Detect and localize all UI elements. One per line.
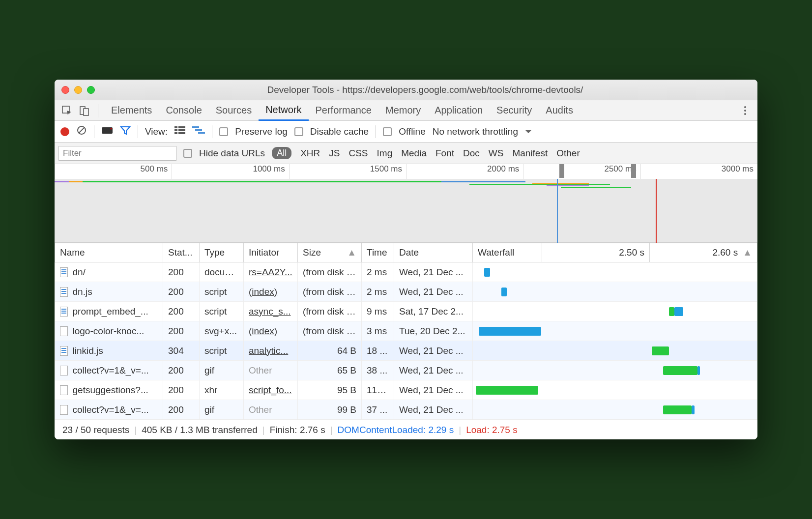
timeline-tick: 2500 ms — [523, 164, 640, 179]
svg-rect-7 — [174, 126, 177, 128]
network-toolbar: View: Preserve log Disable cache Offline… — [55, 121, 757, 143]
filter-bar: Hide data URLs AllXHRJSCSSImgMediaFontDo… — [55, 143, 757, 164]
svg-rect-11 — [174, 132, 177, 134]
tab-network[interactable]: Network — [259, 100, 308, 121]
offline-checkbox[interactable] — [383, 127, 392, 136]
tab-console[interactable]: Console — [159, 100, 208, 121]
filter-type-xhr[interactable]: XHR — [300, 148, 320, 159]
filter-type-other[interactable]: Other — [556, 148, 580, 159]
panel-tabs: ElementsConsoleSourcesNetworkPerformance… — [55, 100, 757, 121]
tab-application[interactable]: Application — [428, 100, 490, 121]
titlebar: Developer Tools - https://developers.goo… — [55, 80, 757, 100]
status-requests: 23 / 50 requests — [62, 425, 129, 435]
filter-type-css[interactable]: CSS — [348, 148, 368, 159]
timeline-tick: 500 ms — [55, 164, 172, 179]
svg-rect-13 — [192, 126, 199, 128]
filter-type-ws[interactable]: WS — [489, 148, 504, 159]
file-icon — [60, 366, 68, 375]
table-header: Name Stat... Type Initiator Size▲ Time D… — [55, 243, 757, 262]
table-row[interactable]: getsuggestions?...200xhrscript_fo...95 B… — [55, 380, 757, 400]
maximize-window-button[interactable] — [87, 86, 95, 94]
divider — [98, 104, 98, 117]
col-date[interactable]: Date — [394, 243, 473, 262]
clear-icon[interactable] — [76, 125, 87, 138]
file-icon — [60, 326, 68, 336]
throttling-select[interactable]: No network throttling — [433, 126, 518, 137]
file-icon — [60, 346, 68, 356]
col-size[interactable]: Size▲ — [298, 243, 362, 262]
timeline-tick: 1500 ms — [289, 164, 406, 179]
table-row[interactable]: collect?v=1&_v=...200gifOther99 B37 ...W… — [55, 400, 757, 420]
filter-type-media[interactable]: Media — [401, 148, 427, 159]
col-time[interactable]: Time — [362, 243, 394, 262]
hide-data-urls-checkbox[interactable] — [183, 149, 192, 158]
table-row[interactable]: dn.js200script(index)(from disk c...2 ms… — [55, 282, 757, 302]
col-waterfall[interactable]: Waterfall 2.50 s 2.60 s▲ — [473, 243, 757, 262]
status-bar: 23 / 50 requests | 405 KB / 1.3 MB trans… — [55, 420, 757, 439]
close-window-button[interactable] — [61, 86, 69, 94]
tab-memory[interactable]: Memory — [378, 100, 428, 121]
view-label: View: — [145, 126, 168, 137]
requests-table: Name Stat... Type Initiator Size▲ Time D… — [55, 243, 757, 420]
tab-security[interactable]: Security — [490, 100, 539, 121]
col-initiator[interactable]: Initiator — [244, 243, 298, 262]
preserve-log-label: Preserve log — [235, 126, 288, 137]
filter-type-doc[interactable]: Doc — [463, 148, 480, 159]
svg-rect-12 — [178, 132, 185, 134]
svg-line-4 — [79, 127, 85, 133]
large-rows-icon[interactable] — [174, 125, 185, 138]
col-name[interactable]: Name — [55, 243, 163, 262]
file-icon — [60, 405, 68, 415]
table-row[interactable]: prompt_embed_...200scriptasync_s...(from… — [55, 302, 757, 321]
file-icon — [60, 267, 68, 277]
more-menu-icon[interactable] — [738, 103, 753, 118]
svg-rect-14 — [195, 129, 202, 131]
tab-audits[interactable]: Audits — [539, 100, 580, 121]
table-row[interactable]: collect?v=1&_v=...200gifOther65 B38 ...W… — [55, 361, 757, 380]
minimize-window-button[interactable] — [74, 86, 82, 94]
timeline-overview[interactable]: 500 ms1000 ms1500 ms2000 ms2500 ms3000 m… — [55, 164, 757, 243]
hide-data-urls-label: Hide data URLs — [199, 148, 265, 159]
preserve-log-checkbox[interactable] — [219, 127, 228, 136]
svg-point-6 — [111, 128, 112, 130]
status-transferred: 405 KB / 1.3 MB transferred — [142, 425, 258, 435]
timeline-tick: 1000 ms — [172, 164, 289, 179]
filter-type-img[interactable]: Img — [377, 148, 393, 159]
svg-rect-8 — [178, 126, 185, 128]
filter-type-font[interactable]: Font — [435, 148, 454, 159]
status-load: Load: 2.75 s — [466, 425, 518, 435]
table-row[interactable]: logo-color-knoc...200svg+x...(index)(fro… — [55, 321, 757, 341]
disable-cache-label: Disable cache — [310, 126, 369, 137]
timeline-tick: 3000 ms — [640, 164, 757, 179]
table-row[interactable]: linkid.js304scriptanalytic...64 B18 ...W… — [55, 341, 757, 361]
device-toolbar-icon[interactable] — [77, 103, 92, 118]
status-finish: Finish: 2.76 s — [270, 425, 325, 435]
filter-input[interactable] — [58, 146, 176, 161]
traffic-lights — [61, 86, 95, 94]
chevron-down-icon[interactable] — [525, 130, 532, 137]
tab-performance[interactable]: Performance — [309, 100, 379, 121]
capture-screenshot-icon[interactable] — [101, 126, 113, 137]
tab-sources[interactable]: Sources — [209, 100, 259, 121]
disable-cache-checkbox[interactable] — [294, 127, 303, 136]
svg-rect-15 — [198, 132, 205, 134]
offline-label: Offline — [399, 126, 426, 137]
col-type[interactable]: Type — [200, 243, 244, 262]
file-icon — [60, 385, 68, 395]
filter-icon[interactable] — [120, 125, 131, 138]
inspect-element-icon[interactable] — [59, 103, 74, 118]
file-icon — [60, 307, 68, 317]
col-status[interactable]: Stat... — [163, 243, 200, 262]
tab-elements[interactable]: Elements — [104, 100, 159, 121]
filter-type-manifest[interactable]: Manifest — [512, 148, 548, 159]
svg-rect-10 — [178, 129, 185, 131]
waterfall-view-icon[interactable] — [192, 125, 205, 138]
filter-type-js[interactable]: JS — [329, 148, 340, 159]
svg-rect-2 — [84, 109, 88, 115]
timeline-tick: 2000 ms — [406, 164, 523, 179]
table-row[interactable]: dn/200docum...rs=AA2Y...(from disk c...2… — [55, 262, 757, 282]
record-button[interactable] — [60, 127, 69, 136]
file-icon — [60, 287, 68, 297]
filter-type-all[interactable]: All — [272, 147, 291, 159]
window-title: Developer Tools - https://developers.goo… — [100, 85, 751, 95]
